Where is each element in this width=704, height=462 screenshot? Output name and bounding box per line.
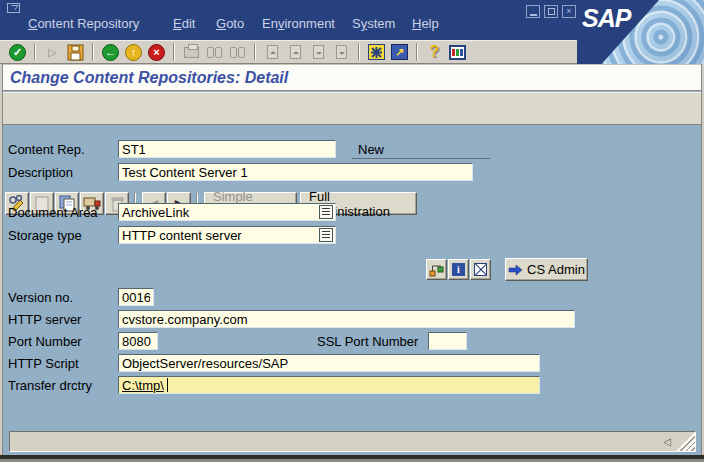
maximize-button[interactable] (544, 5, 558, 18)
description-input[interactable] (118, 163, 473, 181)
divider-line (352, 158, 490, 159)
http-server-label: HTTP server (8, 312, 81, 327)
document-area-dropdown-button[interactable] (319, 205, 333, 219)
enter-button[interactable]: ✓ (6, 42, 29, 63)
toolbar-separator (173, 43, 175, 61)
exit-button[interactable]: ↑ (122, 42, 145, 63)
transfer-drctry-label: Transfer drctry (8, 378, 92, 393)
menu-environment[interactable]: Environment (262, 16, 335, 31)
storage-type-label: Storage type (8, 228, 82, 243)
new-session-icon (368, 44, 385, 60)
menu-goto[interactable]: Goto (216, 16, 244, 31)
status-bar: ◁ (9, 431, 696, 452)
last-page-icon (336, 45, 347, 59)
print-button (180, 42, 203, 63)
application-toolbar: ◀ ▶ Simple admin. Full administration (0, 92, 704, 125)
menu-items: Content Repository Edit Goto Environment… (0, 16, 520, 36)
title-bar: Change Content Repositories: Detail (0, 64, 704, 91)
find-button (203, 42, 226, 63)
create-shortcut-button[interactable]: ↗ (388, 42, 411, 63)
sap-logo-text: SAP (582, 4, 630, 33)
info-button[interactable]: i (448, 259, 469, 280)
status-toggle-icon[interactable]: ◁ (663, 436, 671, 447)
help-button[interactable]: ? (423, 42, 446, 63)
info-icon: i (452, 263, 465, 276)
storage-type-select[interactable] (118, 226, 336, 244)
environment-button[interactable] (426, 259, 447, 280)
window-frame-left (0, 64, 3, 455)
menu-content-repository[interactable]: Content Repository (28, 16, 139, 31)
ssl-port-input[interactable] (428, 332, 467, 350)
text-cursor (167, 378, 168, 392)
hierarchy-icon (429, 263, 444, 277)
right-arrow-icon (508, 264, 523, 276)
command-arrow-icon: ▷ (48, 46, 56, 59)
print-icon (184, 47, 199, 58)
enter-icon: ✓ (9, 44, 26, 61)
toolbar-separator (92, 43, 94, 61)
save-icon (67, 44, 84, 61)
find-next-button (226, 42, 249, 63)
find-icon (207, 47, 222, 58)
cs-admin-button[interactable]: CS Admin (505, 258, 588, 281)
help-icon: ? (430, 43, 440, 61)
shortcut-icon: ↗ (391, 44, 408, 60)
port-number-label: Port Number (8, 334, 82, 349)
http-server-input[interactable] (118, 310, 575, 328)
version-no-input[interactable] (118, 288, 154, 306)
last-page-button (330, 42, 353, 63)
resize-grip[interactable] (676, 432, 695, 451)
customize-icon (449, 45, 466, 60)
page-title: Change Content Repositories: Detail (10, 69, 288, 87)
back-icon: ← (102, 44, 119, 61)
command-field-toggle[interactable]: ▷ (41, 42, 64, 63)
toolbar-separator (34, 43, 36, 61)
previous-page-button (284, 42, 307, 63)
http-script-label: HTTP Script (8, 356, 79, 371)
new-session-button[interactable] (365, 42, 388, 63)
storage-type-dropdown-button[interactable] (319, 228, 333, 242)
content-rep-label: Content Rep. (8, 142, 85, 157)
cancel-icon: × (148, 44, 165, 61)
toolbar-separator (416, 43, 418, 61)
first-page-icon (267, 45, 278, 59)
menu-help[interactable]: Help (412, 16, 439, 31)
content-rep-input[interactable] (118, 140, 336, 158)
certificate-icon (474, 263, 487, 276)
certificate-button[interactable] (470, 259, 491, 280)
http-script-input[interactable] (118, 354, 540, 372)
new-status-text: New (358, 142, 384, 157)
system-menu-icon[interactable] (7, 3, 20, 13)
toolbar-separator (254, 43, 256, 61)
dropdown-list-icon (322, 208, 330, 216)
description-label: Description (8, 165, 73, 180)
ssl-port-label: SSL Port Number (317, 334, 418, 349)
sap-logo-block: SAP (577, 0, 704, 64)
port-number-input[interactable] (118, 332, 158, 350)
next-page-icon (313, 45, 324, 59)
dropdown-list-icon (322, 231, 330, 239)
find-next-icon (230, 47, 245, 58)
version-no-label: Version no. (8, 290, 73, 305)
window-controls: × (526, 5, 576, 18)
transfer-drctry-input[interactable] (118, 376, 540, 394)
cancel-button[interactable]: × (145, 42, 168, 63)
first-page-button (261, 42, 284, 63)
customize-layout-button[interactable] (446, 42, 469, 63)
close-button[interactable]: × (562, 5, 576, 18)
toolbar-separator (358, 43, 360, 61)
previous-page-icon (290, 45, 301, 59)
document-area-select[interactable] (118, 203, 336, 221)
menu-system[interactable]: System (352, 16, 395, 31)
standard-toolbar: ✓ ▷ ← ↑ × ↗ ? (0, 40, 577, 64)
back-button[interactable]: ← (99, 42, 122, 63)
save-button[interactable] (64, 42, 87, 63)
exit-icon: ↑ (125, 44, 142, 61)
document-area-label: Document Area (8, 205, 98, 220)
menu-edit[interactable]: Edit (173, 16, 195, 31)
minimize-button[interactable] (526, 5, 540, 18)
next-page-button (307, 42, 330, 63)
